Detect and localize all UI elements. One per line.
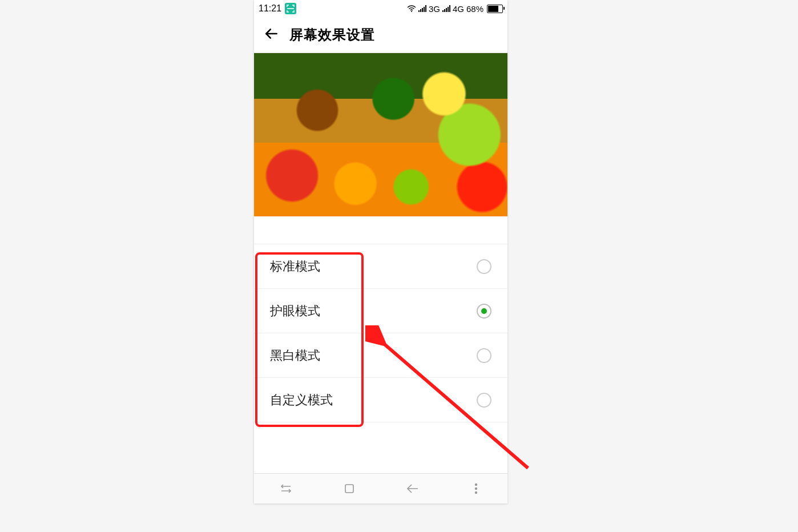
signal-3g-label: 3G [429,4,440,14]
mode-label: 护眼模式 [270,303,320,320]
back-button[interactable] [264,26,279,44]
phone-frame: 11:21 3G 4G 68% 屏幕效果设置 [254,0,507,503]
wifi-icon [407,5,416,12]
signal-4g-bars [442,5,450,12]
mode-row-standard[interactable]: 标准模式 [254,244,507,289]
svg-point-3 [475,488,477,490]
mode-row-bw[interactable]: 黑白模式 [254,333,507,378]
status-time: 11:21 [259,3,281,14]
radio-icon[interactable] [477,304,491,319]
preview-image [254,53,507,216]
radio-icon[interactable] [477,393,491,408]
mode-row-eyecare[interactable]: 护眼模式 [254,289,507,333]
mode-label: 黑白模式 [270,347,320,364]
scan-icon [285,3,296,14]
signal-3g-bars [418,5,426,12]
app-header: 屏幕效果设置 [254,17,507,53]
page-title: 屏幕效果设置 [289,26,375,44]
nav-menu-button[interactable] [467,480,485,497]
nav-home-button[interactable] [341,480,358,497]
mode-list: 标准模式 护眼模式 黑白模式 自定义模式 [254,244,507,422]
svg-rect-1 [345,485,353,493]
svg-point-2 [475,484,477,486]
battery-icon [487,5,503,13]
radio-icon[interactable] [477,259,491,274]
status-right: 3G 4G 68% [407,4,503,14]
mode-label: 标准模式 [270,258,320,275]
mode-row-custom[interactable]: 自定义模式 [254,378,507,422]
status-bar: 11:21 3G 4G 68% [254,0,507,17]
signal-4g-label: 4G [453,4,464,14]
svg-point-0 [411,11,412,12]
system-nav-bar [254,473,507,503]
battery-pct: 68% [466,4,483,14]
nav-back-button[interactable] [404,480,421,497]
svg-point-4 [475,492,477,494]
mode-label: 自定义模式 [270,392,333,409]
nav-recent-button[interactable] [277,480,295,497]
radio-icon[interactable] [477,348,491,363]
